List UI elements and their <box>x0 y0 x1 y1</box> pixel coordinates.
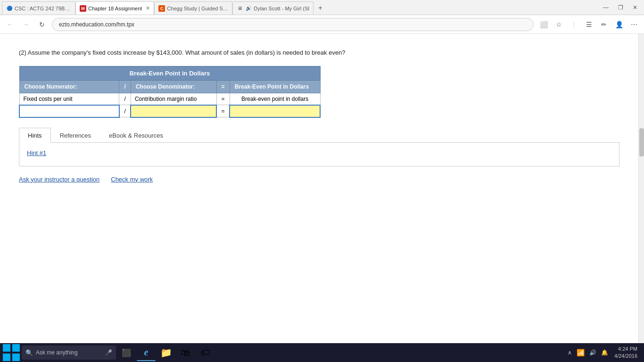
new-tab-icon: + <box>318 4 322 12</box>
new-tab-button[interactable]: + <box>314 1 327 15</box>
tab-ebook[interactable]: eBook & Resources <box>100 128 172 143</box>
col-op1-header: / <box>119 80 131 93</box>
row1-result: Break-even point in dollars <box>230 93 320 105</box>
tab-references[interactable]: References <box>51 128 100 143</box>
row2-denominator-input[interactable] <box>131 105 216 117</box>
account-icon[interactable]: 👤 <box>613 18 625 31</box>
row1-numerator: Fixed costs per unit <box>19 93 119 105</box>
row2-numerator-input[interactable] <box>19 105 119 117</box>
notes-icon[interactable]: ✏ <box>598 18 610 31</box>
scrollbar-thumb[interactable] <box>639 128 644 156</box>
window-controls: — ❐ ✕ <box>600 3 644 12</box>
tab-label-chapter18: Chapter 18 Assignment <box>88 6 142 11</box>
ask-instructor-link[interactable]: Ask your instructor a question <box>19 176 99 183</box>
col-result-header: Break-Even Point in Dollars <box>230 80 320 93</box>
tab-close-chapter18[interactable]: ✕ <box>146 5 150 11</box>
address-input[interactable] <box>52 18 534 31</box>
page-content: (2) Assume the company's fixed costs inc… <box>0 34 638 343</box>
scrollbar[interactable] <box>638 34 644 343</box>
check-work-link[interactable]: Check my work <box>111 176 153 183</box>
browser-titlebar: 🔵 CSC : ACTG 242 79B1-SP16- M Chapter 18… <box>0 0 644 15</box>
table-header: Break-Even Point in Dollars <box>19 66 320 80</box>
tab-label-chegg: Chegg Study | Guided Solut <box>167 6 228 11</box>
close-button[interactable]: ✕ <box>630 3 640 12</box>
tab-dylan[interactable]: 🖥 🔊 Dylan Scott - My Girl (St <box>232 1 314 15</box>
row2-op2: = <box>216 105 230 117</box>
tab-favicon-csc: 🔵 <box>6 5 13 12</box>
col-numerator-header: Choose Numerator: <box>19 80 119 93</box>
tab-audio-icon: 🔊 <box>245 5 252 12</box>
tab-hints-content: Hint #1 <box>19 143 619 166</box>
tab-chapter18[interactable]: M Chapter 18 Assignment ✕ <box>75 1 154 15</box>
tabs-section: Hints References eBook & Resources Hint … <box>19 127 619 166</box>
back-button[interactable]: ← <box>4 18 16 31</box>
favorites-icon[interactable]: ☆ <box>553 18 565 31</box>
separator: | <box>568 18 580 31</box>
tabs-nav: Hints References eBook & Resources <box>19 127 619 143</box>
forward-button[interactable]: → <box>20 18 32 31</box>
refresh-button[interactable]: ↻ <box>36 18 48 31</box>
row1-op1: / <box>119 93 131 105</box>
address-bar: ← → ↻ ⬜ ☆ | ☰ ✏ 👤 ⋯ <box>0 15 644 34</box>
tab-hints[interactable]: Hints <box>19 128 51 143</box>
page-wrapper: (2) Assume the company's fixed costs inc… <box>0 34 644 343</box>
restore-button[interactable]: ❐ <box>615 3 626 12</box>
hub-icon[interactable]: ☰ <box>583 18 595 31</box>
tab-favicon-chegg: C <box>158 5 165 12</box>
hint1-link[interactable]: Hint #1 <box>27 149 46 156</box>
col-op2-header: = <box>216 80 230 93</box>
tab-label-dylan: Dylan Scott - My Girl (St <box>254 6 309 11</box>
row1-op2: = <box>216 93 230 105</box>
tab-csc[interactable]: 🔵 CSC : ACTG 242 79B1-SP16- <box>2 1 75 15</box>
minimize-button[interactable]: — <box>600 3 611 12</box>
toolbar-icons: ⬜ ☆ | ☰ ✏ 👤 ⋯ <box>537 18 640 31</box>
reader-view-icon[interactable]: ⬜ <box>537 18 550 31</box>
tab-favicon-chapter18: M <box>80 5 86 12</box>
tab-favicon-dylan: 🖥 <box>237 5 243 12</box>
row1-denominator: Contribution margin ratio <box>131 93 216 105</box>
footer-links: Ask your instructor a question Check my … <box>19 176 619 183</box>
row2-op1: / <box>119 105 131 117</box>
tab-chegg[interactable]: C Chegg Study | Guided Solut <box>154 1 232 15</box>
tab-label-csc: CSC : ACTG 242 79B1-SP16- <box>15 6 71 11</box>
row2-result-input[interactable] <box>230 105 320 117</box>
question-text: (2) Assume the company's fixed costs inc… <box>19 48 619 58</box>
break-even-table: Break-Even Point in Dollars Choose Numer… <box>19 66 321 118</box>
tabs-bar: 🔵 CSC : ACTG 242 79B1-SP16- M Chapter 18… <box>0 0 600 15</box>
more-icon[interactable]: ⋯ <box>628 18 640 31</box>
col-denominator-header: Choose Denominator: <box>131 80 216 93</box>
